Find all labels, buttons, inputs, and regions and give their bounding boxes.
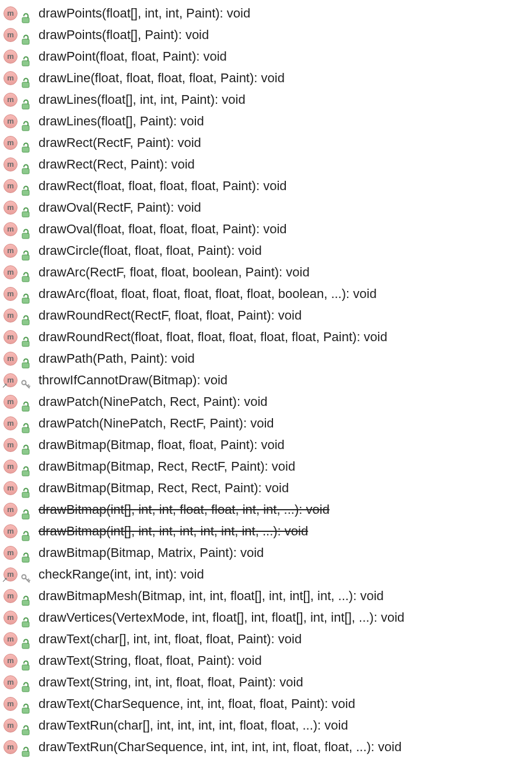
- icon-group: m: [4, 654, 33, 668]
- method-item[interactable]: mdrawBitmap(Bitmap, float, float, Paint)…: [4, 434, 532, 455]
- method-icon: m: [4, 201, 18, 215]
- method-item[interactable]: mdrawRect(float, float, float, float, Pa…: [4, 175, 532, 197]
- method-item[interactable]: mdrawTextRun(CharSequence, int, int, int…: [4, 736, 532, 758]
- method-icon: m: [4, 654, 18, 668]
- unlocked-icon: [21, 504, 30, 515]
- icon-group: m: [4, 546, 33, 560]
- method-signature: drawPoints(float[], int, int, Paint): vo…: [38, 2, 250, 24]
- unlocked-icon: [21, 332, 30, 342]
- structure-tree: mdrawPoints(float[], int, int, Paint): v…: [0, 0, 532, 760]
- unlocked-icon: [21, 159, 30, 170]
- method-item[interactable]: mdrawRoundRect(float, float, float, floa…: [4, 326, 532, 348]
- method-icon: m: [4, 6, 18, 20]
- method-item[interactable]: mdrawBitmapMesh(Bitmap, int, int, float[…: [4, 585, 532, 607]
- method-item[interactable]: mdrawTextRun(char[], int, int, int, int,…: [4, 714, 532, 736]
- icon-group: m: [4, 50, 33, 64]
- icon-group: m: [4, 503, 33, 517]
- override-indicator-icon: ↗: [2, 382, 8, 389]
- method-item[interactable]: mdrawRect(RectF, Paint): void: [4, 132, 532, 153]
- method-item[interactable]: mdrawText(CharSequence, int, int, float,…: [4, 693, 532, 714]
- method-item[interactable]: mdrawBitmap(Bitmap, Rect, RectF, Paint):…: [4, 455, 532, 477]
- method-icon: m: [4, 71, 18, 85]
- method-item[interactable]: mdrawPatch(NinePatch, Rect, Paint): void: [4, 391, 532, 412]
- method-signature: drawText(char[], int, int, float, float,…: [38, 628, 302, 650]
- method-item[interactable]: mdrawCircle(float, float, float, Paint):…: [4, 240, 532, 261]
- method-item[interactable]: mdrawVertices(VertexMode, int, float[], …: [4, 607, 532, 628]
- method-signature: drawPatch(NinePatch, RectF, Paint): void: [38, 412, 274, 434]
- method-signature: drawLines(float[], int, int, Paint): voi…: [38, 89, 246, 110]
- method-signature: checkRange(int, int, int): void: [38, 563, 204, 585]
- method-item[interactable]: mdrawBitmap(Bitmap, Matrix, Paint): void: [4, 542, 532, 563]
- unlocked-icon: [21, 353, 30, 364]
- unlocked-icon: [21, 591, 30, 601]
- method-item[interactable]: mdrawPoint(float, float, Paint): void: [4, 45, 532, 67]
- method-signature: drawRoundRect(float, float, float, float…: [38, 326, 387, 348]
- method-signature: drawText(String, float, float, Paint): v…: [38, 650, 262, 671]
- unlocked-icon: [21, 246, 30, 256]
- method-item[interactable]: mdrawLines(float[], Paint): void: [4, 110, 532, 132]
- method-icon: m: [4, 309, 18, 323]
- method-item[interactable]: m↗throwIfCannotDraw(Bitmap): void: [4, 369, 532, 391]
- method-item[interactable]: m↗checkRange(int, int, int): void: [4, 563, 532, 585]
- method-item[interactable]: mdrawPoints(float[], Paint): void: [4, 24, 532, 45]
- unlocked-icon: [21, 224, 30, 234]
- method-signature: drawBitmap(Bitmap, float, float, Paint):…: [38, 434, 285, 455]
- unlocked-icon: [21, 51, 30, 62]
- icon-group: m: [4, 460, 33, 474]
- icon-group: m: [4, 136, 33, 150]
- method-icon: m: [4, 524, 18, 538]
- method-icon: m: [4, 697, 18, 711]
- method-signature: drawLine(float, float, float, float, Pai…: [38, 67, 285, 89]
- method-signature: throwIfCannotDraw(Bitmap): void: [38, 369, 228, 391]
- method-signature: drawTextRun(char[], int, int, int, int, …: [38, 714, 348, 736]
- method-item[interactable]: mdrawRect(Rect, Paint): void: [4, 153, 532, 175]
- method-item[interactable]: mdrawText(String, float, float, Paint): …: [4, 650, 532, 671]
- unlocked-icon: [21, 612, 30, 623]
- icon-group: m: [4, 244, 33, 258]
- method-signature: drawLines(float[], Paint): void: [38, 110, 204, 132]
- method-item[interactable]: mdrawOval(float, float, float, float, Pa…: [4, 218, 532, 240]
- method-item[interactable]: mdrawOval(RectF, Paint): void: [4, 197, 532, 218]
- method-signature: drawPatch(NinePatch, Rect, Paint): void: [38, 391, 268, 412]
- method-item[interactable]: mdrawText(char[], int, int, float, float…: [4, 628, 532, 650]
- unlocked-icon: [21, 656, 30, 666]
- method-item[interactable]: mdrawPatch(NinePatch, RectF, Paint): voi…: [4, 412, 532, 434]
- method-signature: drawPoints(float[], Paint): void: [38, 24, 209, 45]
- unlocked-icon: [21, 418, 30, 429]
- override-indicator-icon: ↗: [2, 576, 8, 583]
- icon-group: m: [4, 697, 33, 711]
- icon-group: m: [4, 309, 33, 323]
- method-item[interactable]: mdrawArc(float, float, float, float, flo…: [4, 283, 532, 304]
- method-icon: m: [4, 395, 18, 409]
- method-item[interactable]: mdrawBitmap(int[], int, int, float, floa…: [4, 499, 532, 520]
- method-item[interactable]: mdrawText(String, int, int, float, float…: [4, 671, 532, 693]
- method-icon: m: [4, 330, 18, 344]
- icon-group: m: [4, 481, 33, 495]
- method-signature: drawText(String, int, int, float, float,…: [38, 671, 303, 693]
- method-signature: drawTextRun(CharSequence, int, int, int,…: [38, 736, 401, 758]
- method-item[interactable]: mdrawLines(float[], int, int, Paint): vo…: [4, 89, 532, 110]
- method-signature: drawPoint(float, float, Paint): void: [38, 45, 227, 67]
- method-icon: m: [4, 503, 18, 517]
- icon-group: m: [4, 179, 33, 193]
- method-item[interactable]: mdrawLine(float, float, float, float, Pa…: [4, 67, 532, 89]
- icon-group: m: [4, 740, 33, 754]
- method-item[interactable]: mdrawPath(Path, Paint): void: [4, 348, 532, 369]
- method-item[interactable]: mdrawPoints(float[], int, int, Paint): v…: [4, 2, 532, 24]
- method-icon: m: [4, 611, 18, 625]
- method-icon: m: [4, 632, 18, 646]
- icon-group: m: [4, 352, 33, 366]
- icon-group: m: [4, 201, 33, 215]
- method-icon: m: [4, 136, 18, 150]
- unlocked-icon: [21, 548, 30, 558]
- icon-group: m: [4, 589, 33, 603]
- method-icon: m: [4, 93, 18, 107]
- method-item[interactable]: mdrawRoundRect(RectF, float, float, Pain…: [4, 304, 532, 326]
- method-icon: m: [4, 28, 18, 42]
- method-icon: m: [4, 416, 18, 430]
- icon-group: m: [4, 93, 33, 107]
- method-icon: m↗: [4, 567, 18, 581]
- method-item[interactable]: mdrawBitmap(int[], int, int, int, int, i…: [4, 520, 532, 542]
- method-item[interactable]: mdrawArc(RectF, float, float, boolean, P…: [4, 261, 532, 283]
- method-item[interactable]: mdrawBitmap(Bitmap, Rect, Rect, Paint): …: [4, 477, 532, 499]
